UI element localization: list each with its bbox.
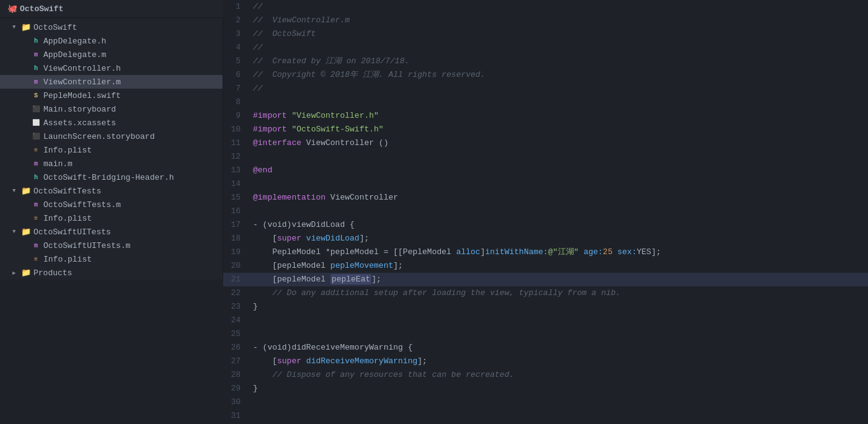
line-number: 21 xyxy=(223,273,248,286)
line-content[interactable] xyxy=(248,395,868,409)
line-number: 27 xyxy=(223,355,248,368)
code-line-23: 23} xyxy=(223,300,868,314)
line-number: 26 xyxy=(223,341,248,355)
line-content[interactable] xyxy=(248,177,868,191)
sidebar-item-launchscreen-storyboard[interactable]: ⬛ LaunchScreen.storyboard xyxy=(0,130,223,143)
line-number: 10 xyxy=(223,123,248,136)
comment-token: // Copyright © 2018年 江湖. All rights rese… xyxy=(253,70,485,79)
file-plist-icon: ≡ xyxy=(31,213,41,223)
line-content[interactable] xyxy=(248,409,868,423)
sidebar-item-octoswifttests-m[interactable]: m OctoSwiftTests.m xyxy=(0,198,223,211)
line-content[interactable]: @interface ViewController () xyxy=(248,136,868,150)
code-lines: 1//2// ViewController.m3// OctoSwift4//5… xyxy=(223,0,868,423)
file-swift-icon: S xyxy=(31,91,41,100)
folder-icon: 📁 xyxy=(21,22,31,32)
sidebar-item-main-storyboard[interactable]: ⬛ Main.storyboard xyxy=(0,102,223,116)
plain-token: YES]; xyxy=(637,247,661,257)
sidebar-item-bridging-header[interactable]: h OctoSwift-Bridging-Header.h xyxy=(0,170,223,184)
line-content[interactable] xyxy=(248,314,868,327)
app-icon: 🐙 xyxy=(7,4,17,14)
line-content[interactable] xyxy=(248,327,868,341)
chevron-down-icon: ▼ xyxy=(12,229,20,235)
func-token: sex: xyxy=(618,247,637,257)
line-content[interactable]: #import "ViewController.h" xyxy=(248,109,868,123)
sidebar-item-appdelegate-h[interactable]: h AppDelegate.h xyxy=(0,34,223,48)
code-line-7: 7// xyxy=(223,82,868,95)
keyword-token: @implementation xyxy=(253,193,326,202)
line-content[interactable] xyxy=(248,205,868,218)
line-content[interactable]: // Created by 江湖 on 2018/7/18. xyxy=(248,55,868,68)
file-m-icon: m xyxy=(31,159,41,169)
line-content[interactable] xyxy=(248,150,868,164)
line-content[interactable]: PepleModel *pepleModel = [[PepleModel al… xyxy=(248,245,868,259)
file-h-icon: h xyxy=(31,36,41,46)
line-content[interactable]: #import "OctoSwift-Swift.h" xyxy=(248,123,868,136)
sidebar-item-viewcontroller-m[interactable]: m ViewController.m xyxy=(0,75,223,89)
line-content[interactable]: - (void)didReceiveMemoryWarning { xyxy=(248,341,868,355)
line-content[interactable]: // Copyright © 2018年 江湖. All rights rese… xyxy=(248,68,868,82)
line-content[interactable]: } xyxy=(248,300,868,314)
sidebar-label: Main.storyboard xyxy=(43,105,116,114)
line-content[interactable]: // xyxy=(248,41,868,55)
line-content[interactable]: @end xyxy=(248,164,868,177)
line-number: 3 xyxy=(223,27,248,41)
line-content[interactable]: // xyxy=(248,0,868,14)
code-line-31: 31 xyxy=(223,409,868,423)
func-token: viewDidLoad xyxy=(306,234,360,243)
code-line-5: 5// Created by 江湖 on 2018/7/18. xyxy=(223,55,868,68)
line-content[interactable]: // Dispose of any resources that can be … xyxy=(248,368,868,382)
code-line-14: 14 xyxy=(223,177,868,191)
sidebar-item-assets-xcassets[interactable]: ⬜ Assets.xcassets xyxy=(0,116,223,130)
line-content[interactable]: @implementation ViewController xyxy=(248,191,868,205)
chevron-right-icon: ▶ xyxy=(12,270,20,276)
file-m-icon: m xyxy=(31,77,41,87)
line-content[interactable]: // ViewController.m xyxy=(248,14,868,27)
sidebar-item-info-plist-3[interactable]: ≡ Info.plist xyxy=(0,252,223,266)
line-content[interactable]: - (void)viewDidLoad { xyxy=(248,218,868,232)
line-number: 29 xyxy=(223,382,248,395)
line-number: 7 xyxy=(223,82,248,95)
code-line-12: 12 xyxy=(223,150,868,164)
folder-icon: 📁 xyxy=(21,186,31,196)
comment-token: // xyxy=(253,84,263,93)
sidebar-item-octoswiftuitests-group[interactable]: ▼ 📁 OctoSwiftUITests xyxy=(0,225,223,239)
plain-token: ViewController () xyxy=(301,138,388,148)
sidebar-item-octoswift-group[interactable]: ▼ 📁 OctoSwift xyxy=(0,20,223,34)
code-line-13: 13@end xyxy=(223,164,868,177)
file-plist-icon: ≡ xyxy=(31,145,41,155)
sidebar-item-main-m[interactable]: m main.m xyxy=(0,157,223,170)
macro-token: #import xyxy=(253,111,287,120)
func-token: alloc xyxy=(456,247,480,257)
sidebar-label: OctoSwiftUITests xyxy=(33,227,111,237)
code-line-19: 19 PepleModel *pepleModel = [[PepleModel… xyxy=(223,245,868,259)
line-content[interactable]: [super viewDidLoad]; xyxy=(248,232,868,245)
code-line-8: 8 xyxy=(223,95,868,109)
line-content[interactable]: // xyxy=(248,82,868,95)
code-line-24: 24 xyxy=(223,314,868,327)
line-content[interactable]: [pepleModel pepleEat]; xyxy=(248,273,868,286)
sidebar-item-info-plist-2[interactable]: ≡ Info.plist xyxy=(0,211,223,225)
line-content[interactable]: [pepleModel pepleMovement]; xyxy=(248,259,868,273)
sidebar-item-appdelegate-m[interactable]: m AppDelegate.m xyxy=(0,48,223,61)
sidebar-item-octoswifttests-group[interactable]: ▼ 📁 OctoSwiftTests xyxy=(0,184,223,198)
app-title: OctoSwift xyxy=(20,4,63,14)
line-content[interactable]: // Do any additional setup after loading… xyxy=(248,286,868,300)
code-line-26: 26- (void)didReceiveMemoryWarning { xyxy=(223,341,868,355)
sidebar-item-viewcontroller-h[interactable]: h ViewController.h xyxy=(0,61,223,75)
line-content[interactable] xyxy=(248,95,868,109)
code-line-25: 25 xyxy=(223,327,868,341)
code-editor[interactable]: 1//2// ViewController.m3// OctoSwift4//5… xyxy=(223,0,868,424)
sidebar-label: AppDelegate.m xyxy=(43,50,106,60)
sidebar-item-octoswiftuitests-m[interactable]: m OctoSwiftUITests.m xyxy=(0,239,223,252)
code-line-22: 22 // Do any additional setup after load… xyxy=(223,286,868,300)
sidebar-item-products-group[interactable]: ▶ 📁 Products xyxy=(0,266,223,280)
code-line-27: 27 [super didReceiveMemoryWarning]; xyxy=(223,355,868,368)
code-line-11: 11@interface ViewController () xyxy=(223,136,868,150)
sidebar-item-info-plist[interactable]: ≡ Info.plist xyxy=(0,143,223,157)
line-content[interactable]: // OctoSwift xyxy=(248,27,868,41)
sidebar-label: Info.plist xyxy=(43,255,92,264)
line-content[interactable]: } xyxy=(248,382,868,395)
line-content[interactable]: [super didReceiveMemoryWarning]; xyxy=(248,355,868,368)
sidebar-item-peplemodel-swift[interactable]: S PepleModel.swift xyxy=(0,89,223,102)
file-xcassets-icon: ⬜ xyxy=(31,118,41,128)
